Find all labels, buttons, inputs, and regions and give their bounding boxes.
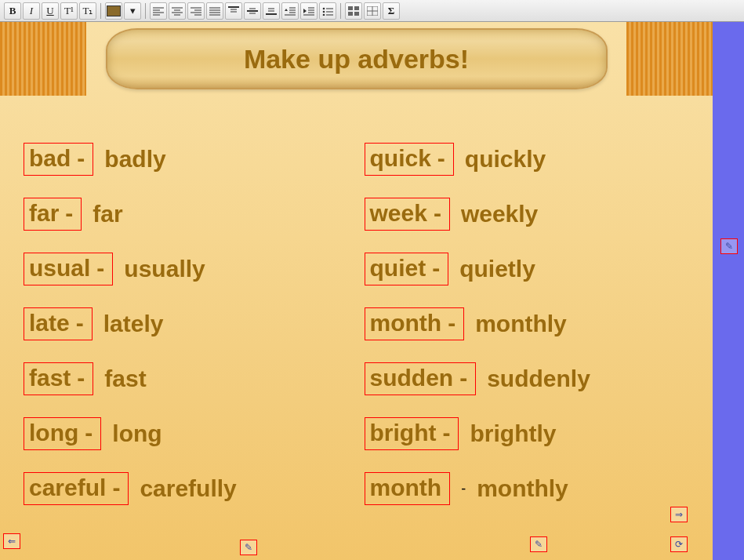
source-word: fast: [29, 363, 71, 393]
valign-top-icon: [228, 6, 239, 16]
adverb-word: monthly: [475, 309, 567, 339]
toolbar-separator: [145, 3, 146, 19]
word-pair: quick-quickly: [365, 132, 698, 187]
align-justify-icon: [209, 6, 220, 16]
source-word: month: [370, 473, 442, 503]
pen-tool-side-button[interactable]: ✎: [720, 238, 738, 254]
svg-marker-25: [285, 9, 288, 11]
svg-rect-43: [348, 12, 353, 16]
dash-separator: -: [432, 253, 440, 283]
source-word-box[interactable]: week-: [365, 198, 450, 231]
svg-point-37: [323, 10, 325, 13]
pen-tool-button-2[interactable]: ✎: [530, 536, 547, 552]
source-word-box[interactable]: usual-: [24, 253, 113, 285]
dash-separator: -: [448, 308, 455, 338]
word-pair: month-monthly: [365, 461, 698, 516]
valign-bottom-button[interactable]: [263, 2, 280, 20]
svg-point-35: [323, 7, 325, 9]
format-toolbar: B I U T¹ T₁ ▾ Σ: [0, 0, 744, 22]
align-center-button[interactable]: [169, 2, 186, 20]
banner-decor-left: [0, 22, 86, 96]
dash-separator: -: [77, 363, 85, 393]
word-pair: far-far: [24, 187, 357, 242]
word-pair: sudden-suddenly: [365, 351, 698, 406]
superscript-button[interactable]: T¹: [60, 2, 78, 20]
bold-button[interactable]: B: [4, 2, 21, 20]
valign-top-button[interactable]: [225, 2, 242, 20]
svg-rect-41: [348, 6, 353, 10]
italic-button[interactable]: I: [23, 2, 40, 20]
color-swatch-icon: [107, 5, 121, 16]
align-center-icon: [172, 6, 183, 16]
svg-marker-30: [303, 9, 307, 13]
side-pane: ✎: [713, 22, 744, 560]
source-word-box[interactable]: sudden-: [365, 362, 477, 395]
adverb-word: quickly: [465, 144, 546, 174]
word-grid: bad-badlyquick-quicklyfar-farweek-weekly…: [24, 132, 697, 544]
source-word-box[interactable]: quick-: [365, 143, 454, 176]
source-word-box[interactable]: quiet-: [365, 253, 449, 285]
refresh-button[interactable]: ⟳: [670, 536, 688, 552]
prev-page-button[interactable]: ⇐: [3, 533, 20, 549]
word-pair: long-long: [24, 406, 357, 461]
align-justify-button[interactable]: [206, 2, 223, 20]
align-right-icon: [191, 6, 201, 16]
source-word-box[interactable]: bright-: [365, 417, 459, 450]
pen-icon: ✎: [535, 539, 543, 550]
source-word-box[interactable]: far-: [24, 198, 82, 231]
align-left-button[interactable]: [150, 2, 167, 20]
pen-tool-button[interactable]: ✎: [240, 540, 257, 555]
arrow-left-icon: ⇐: [8, 536, 16, 547]
bullet-list-button[interactable]: [319, 2, 336, 20]
source-word-box[interactable]: late-: [24, 307, 93, 340]
source-word-box[interactable]: careful-: [24, 472, 129, 505]
source-word: bright: [370, 418, 437, 448]
word-pair: bright-brightly: [365, 406, 698, 461]
source-word: far: [29, 198, 59, 228]
arrow-right-icon: ⇒: [675, 509, 683, 520]
dash-separator: -: [65, 198, 73, 228]
underline-button[interactable]: U: [42, 2, 59, 20]
dash-separator: -: [461, 481, 466, 497]
source-word-box[interactable]: month-: [365, 307, 465, 340]
increase-indent-button[interactable]: [300, 2, 318, 20]
source-word: bad: [29, 144, 71, 173]
pen-icon: ✎: [725, 241, 733, 252]
valign-bottom-icon: [266, 6, 277, 16]
title-banner: Make up adverbs!: [0, 22, 713, 96]
source-word: long: [29, 418, 78, 448]
dash-separator: -: [85, 418, 93, 448]
banner-scroll: Make up adverbs!: [106, 28, 608, 89]
grid-icon: [367, 6, 378, 16]
adverb-word: usually: [124, 254, 205, 284]
font-color-dropdown[interactable]: ▾: [124, 2, 141, 20]
svg-rect-20: [247, 10, 258, 12]
subscript-button[interactable]: T₁: [79, 2, 96, 20]
sigma-button[interactable]: Σ: [383, 2, 400, 20]
adverb-word: carefully: [140, 474, 236, 504]
source-word-box[interactable]: long-: [24, 417, 101, 450]
source-word-box[interactable]: month: [365, 472, 451, 505]
dash-separator: -: [96, 253, 104, 283]
adverb-word: lately: [103, 309, 164, 339]
dash-separator: -: [434, 198, 441, 228]
source-word: week: [370, 198, 427, 228]
insert-grid-button[interactable]: [364, 2, 381, 20]
font-color-button[interactable]: [105, 2, 122, 20]
source-word-box[interactable]: bad-: [24, 143, 93, 176]
source-word: careful: [29, 473, 106, 503]
adverb-word: weekly: [461, 199, 538, 229]
insert-table-button[interactable]: [345, 2, 362, 20]
slide-canvas[interactable]: Make up adverbs! bad-badlyquick-quicklyf…: [0, 22, 713, 560]
svg-rect-16: [228, 6, 239, 8]
svg-rect-24: [266, 13, 277, 15]
source-word-box[interactable]: fast-: [24, 362, 93, 395]
valign-middle-button[interactable]: [244, 2, 261, 20]
decrease-indent-button[interactable]: [281, 2, 299, 20]
next-button[interactable]: ⇒: [670, 507, 688, 522]
align-right-button[interactable]: [187, 2, 205, 20]
adverb-word: suddenly: [487, 364, 590, 394]
dash-separator: -: [77, 144, 85, 173]
dash-separator: -: [442, 418, 450, 448]
svg-point-39: [323, 13, 325, 15]
